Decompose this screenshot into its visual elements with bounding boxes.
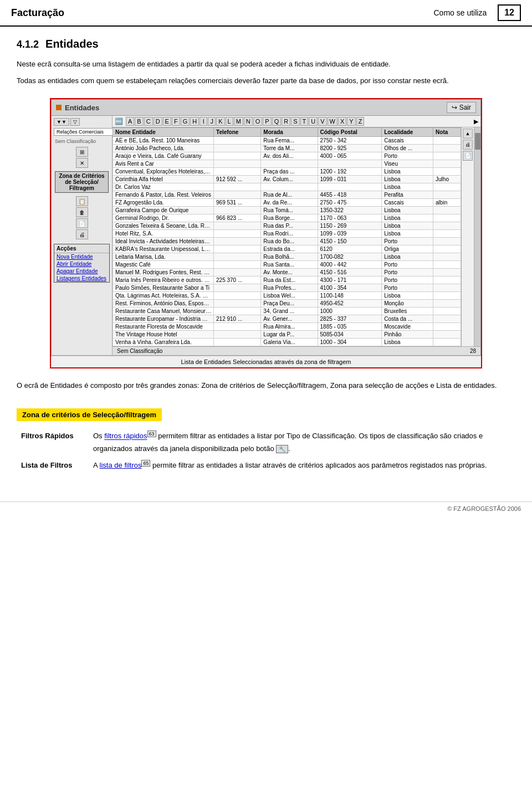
table-cell-5-4: Lisboa: [382, 176, 433, 183]
table-cell-14-2: Estrada da...: [261, 245, 318, 253]
table-cell-9-5: [433, 207, 461, 214]
alpha-btn-V[interactable]: V: [318, 117, 326, 126]
table-row[interactable]: Leitaria Marisa, Lda.Rua Bolhã...1700-08…: [113, 253, 461, 261]
sidebar-icon-2[interactable]: ✕: [76, 158, 88, 168]
filtros-rapidos-btn[interactable]: ▼▼: [54, 118, 69, 126]
alphabet-icon: 🔤: [115, 117, 123, 125]
alpha-btn-Y[interactable]: Y: [347, 117, 355, 126]
alpha-btn-L[interactable]: L: [226, 117, 233, 126]
sidebar-icons: ⊞ ✕: [54, 146, 110, 169]
alpha-btn-X[interactable]: X: [338, 117, 346, 126]
table-cell-0-4: Cascais: [382, 137, 433, 145]
table-row[interactable]: AE e BE, Lda. Rest. 100 ManeirasRua Fern…: [113, 137, 461, 145]
alpha-btn-M[interactable]: M: [234, 117, 243, 126]
window-sidebar: ▼▼ ▽ Relações Comerciais Sem Classificaç…: [52, 116, 112, 355]
table-cell-5-5: Julho: [433, 176, 461, 183]
status-count: 28: [470, 348, 476, 354]
table-cell-16-4: Porto: [382, 261, 433, 269]
alpha-btn-N[interactable]: N: [244, 117, 253, 126]
table-row[interactable]: Magestic CaféRua Santa...4000 - 442Porto: [113, 261, 461, 269]
alpha-btn-F[interactable]: F: [172, 117, 180, 126]
table-cell-2-4: Porto: [382, 152, 433, 160]
filter-dropdown[interactable]: Relações Comerciais: [54, 128, 120, 136]
table-cell-26-4: Lisboa: [382, 339, 433, 346]
table-row[interactable]: Avis Rent a CarViseu: [113, 160, 461, 168]
table-row[interactable]: Maria Inês Pereira Ribeiro e outros. Ca.…: [113, 276, 461, 284]
table-row[interactable]: FZ Agrogestão Lda.969 531 ...Av. da Re..…: [113, 199, 461, 207]
table-cell-20-4: Lisboa: [382, 292, 433, 300]
table-cell-1-3: 8200 - 925: [318, 145, 382, 152]
alpha-btn-C[interactable]: C: [144, 117, 153, 126]
table-row[interactable]: The Vintage House HotelLugar da P...5085…: [113, 331, 461, 339]
table-row[interactable]: Venha à Vinha. Garrafeira Lda.Galeria Vi…: [113, 339, 461, 346]
table-scrollbar[interactable]: [474, 127, 480, 346]
table-row[interactable]: Restaurante Floresta de MoscavideRua Alm…: [113, 323, 461, 331]
table-row[interactable]: Fernando & Pastor, Lda. Rest. VeleirosRu…: [113, 191, 461, 199]
table-row[interactable]: Corinthia Alfa Hotel912 592 ...Av. Colum…: [113, 176, 461, 183]
filtros-rapidos-link[interactable]: filtros rápidos: [104, 432, 147, 441]
table-row[interactable]: Paulo Simões, Restaurante Sabor a TiRua …: [113, 284, 461, 292]
listagens-entidades-link[interactable]: Listagens Entidades: [54, 275, 109, 282]
table-cell-20-0: Qta. Lágrimas Act. Hoteleiras, S.A. Re..…: [113, 292, 214, 300]
table-row[interactable]: Gonzales Teixeira & Seoane, Lda. Res...R…: [113, 222, 461, 230]
apagar-entidade-link[interactable]: Apagar Entidade: [54, 268, 109, 275]
lista-filtros-btn[interactable]: ▽: [70, 118, 80, 126]
alpha-btn-A[interactable]: A: [126, 117, 134, 126]
alpha-btn-T[interactable]: T: [300, 117, 309, 126]
table-row[interactable]: Garrafeira Campo de OuriqueRua Tomá...13…: [113, 207, 461, 214]
table-cell-24-3: 1885 - 035: [318, 323, 382, 331]
alpha-btn-D[interactable]: D: [154, 117, 162, 126]
sair-button[interactable]: ↪ Sair: [447, 102, 476, 113]
sidebar-icon-6[interactable]: 🖨: [76, 229, 88, 239]
alpha-btn-R[interactable]: R: [282, 117, 290, 126]
toolbar-icon-1[interactable]: ▲: [463, 129, 473, 139]
table-row[interactable]: Dr. Carlos VazLisboa: [113, 183, 461, 191]
table-cell-12-0: Hotel Ritz, S.A.: [113, 230, 214, 238]
sidebar-icon-4[interactable]: 🗑: [76, 207, 88, 217]
lista-de-filtros-link[interactable]: lista de filtros: [100, 461, 142, 469]
table-row[interactable]: Hotel Ritz, S.A.Rua Rodri...1099 - 039Li…: [113, 230, 461, 238]
table-cell-4-2: Praça das ...: [261, 168, 318, 176]
lista-sup: 65: [141, 460, 150, 467]
table-row[interactable]: Germinal Rodrigo, Dr.966 823 ...Rua Borg…: [113, 214, 461, 222]
table-cell-16-3: 4000 - 442: [318, 261, 382, 269]
alpha-btn-U[interactable]: U: [309, 117, 318, 126]
table-cell-1-1: [214, 145, 261, 152]
table-row[interactable]: Rest. Firminos, António Dias, Esposa e..…: [113, 300, 461, 308]
alpha-btn-I[interactable]: I: [200, 117, 207, 126]
abrir-entidade-link[interactable]: Abrir Entidade: [54, 260, 109, 268]
alpha-btn-J[interactable]: J: [208, 117, 216, 126]
alpha-btn-Q[interactable]: Q: [272, 117, 282, 126]
sidebar-icon-5[interactable]: 📄: [76, 218, 88, 228]
alpha-btn-O[interactable]: O: [253, 117, 263, 126]
table-cell-23-1: 212 910 ...: [214, 315, 261, 323]
alpha-btn-G[interactable]: G: [181, 117, 190, 126]
sidebar-icon-1[interactable]: ⊞: [76, 147, 88, 157]
table-row[interactable]: Araújo e Vieira, Lda. Café GuaranyAv. do…: [113, 152, 461, 160]
table-row[interactable]: António João Pacheco, Lda.Torre da M...8…: [113, 145, 461, 152]
table-row[interactable]: Manuel M. Rodrigues Fontes, Rest. D...Av…: [113, 269, 461, 276]
alpha-btn-P[interactable]: P: [263, 117, 271, 126]
table-row[interactable]: Restaurante Casa Manuel, Monsieur ...34,…: [113, 308, 461, 315]
sidebar-icon-3[interactable]: 📋: [76, 196, 88, 206]
alpha-btn-Z[interactable]: Z: [356, 117, 365, 126]
alpha-btn-W[interactable]: W: [328, 117, 337, 126]
toolbar-icon-3[interactable]: 📄: [463, 151, 473, 161]
alpha-btn-H[interactable]: H: [190, 117, 199, 126]
scroll-right-icon[interactable]: ▶: [474, 118, 478, 125]
table-row[interactable]: Ideal Invicta - Actividades Hoteleiras -…: [113, 238, 461, 245]
nova-entidade-link[interactable]: Nova Entidade: [54, 253, 109, 260]
alpha-btn-B[interactable]: B: [135, 117, 143, 126]
toolbar-icon-2[interactable]: 🖨: [463, 140, 473, 150]
entities-table-wrap: Nome Entidade Telefone Morada Código Pos…: [112, 127, 461, 346]
table-cell-6-0: Dr. Carlos Vaz: [113, 183, 214, 191]
alpha-btn-S[interactable]: S: [291, 117, 299, 126]
alpha-btn-K[interactable]: K: [216, 117, 224, 126]
alpha-btn-E[interactable]: E: [163, 117, 171, 126]
def-term-lista: Lista de Filtros: [17, 457, 89, 474]
table-row[interactable]: Qta. Lágrimas Act. Hoteleiras, S.A. Re..…: [113, 292, 461, 300]
table-row[interactable]: Conventual, Explorações Hoteleiras, L...…: [113, 168, 461, 176]
table-cell-15-1: [214, 253, 261, 261]
table-row[interactable]: Restaurante Europamar - Indústria Hot...…: [113, 315, 461, 323]
table-row[interactable]: KABRA's Restaurante Unipessoal, Lda.Estr…: [113, 245, 461, 253]
